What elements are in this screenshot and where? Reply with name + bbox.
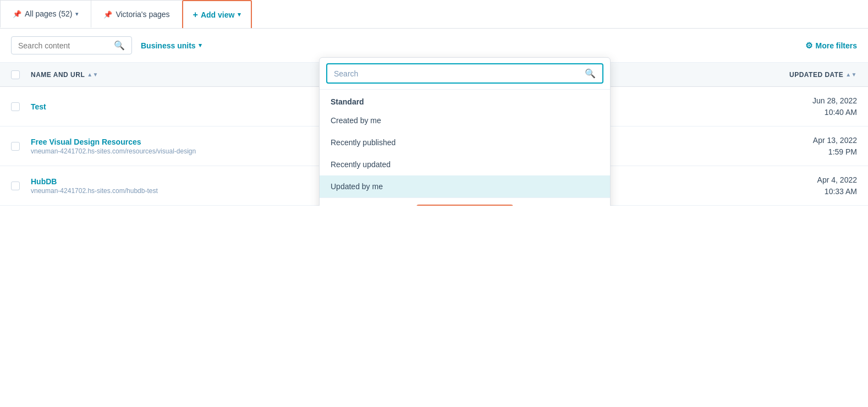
add-view-chevron-icon: ▾	[238, 11, 241, 18]
row-2-checkbox[interactable]	[11, 142, 20, 151]
row-2-check-col	[11, 142, 31, 151]
row-1-checkbox[interactable]	[11, 102, 20, 111]
tab-victorias-pages[interactable]: 📌 Victoria's pages	[91, 0, 182, 28]
tab-bar: 📌 All pages (52) ▾ 📌 Victoria's pages + …	[0, 0, 868, 29]
row-3-date: Apr 4, 2022 10:33 AM	[758, 174, 857, 197]
tab-all-pages-label: All pages (52)	[25, 9, 72, 18]
dropdown-search-input[interactable]	[334, 69, 583, 78]
search-content-wrap[interactable]: 🔍	[11, 36, 132, 54]
column-name-label: NAME AND URL	[31, 71, 85, 79]
business-units-chevron-icon: ▾	[199, 42, 202, 49]
dropdown-item-recently-published[interactable]: Recently published	[320, 131, 610, 153]
select-all-checkbox[interactable]	[11, 70, 20, 79]
row-3-updated-time: 10:33 AM	[825, 187, 857, 196]
row-2-updated-time: 1:59 PM	[828, 147, 857, 156]
tab-victorias-pages-label: Victoria's pages	[116, 10, 169, 19]
filters-row: 🔍 Business units ▾ ⚙ More filters 🔍 Stan…	[0, 29, 868, 63]
search-content-input[interactable]	[18, 41, 112, 50]
filter-icon: ⚙	[805, 41, 812, 51]
more-filters-label: More filters	[816, 41, 857, 50]
header-checkbox-col	[11, 70, 31, 79]
column-header-updated[interactable]: UPDATED DATE ▲▼	[758, 71, 857, 79]
business-units-label: Business units	[141, 41, 196, 50]
updated-sort-icon: ▲▼	[845, 72, 857, 78]
row-1-date: Jun 28, 2022 10:40 AM	[758, 95, 857, 118]
row-2-date: Apr 13, 2022 1:59 PM	[758, 135, 857, 158]
row-3-updated-date: Apr 4, 2022	[817, 175, 857, 184]
dropdown-footer: Create new view	[320, 197, 610, 206]
dropdown-item-created-by-me[interactable]: Created by me	[320, 109, 610, 131]
plus-icon: +	[193, 10, 198, 20]
more-filters-button[interactable]: ⚙ More filters	[805, 41, 857, 51]
row-1-updated-date: Jun 28, 2022	[812, 96, 857, 105]
dropdown-item-recently-updated[interactable]: Recently updated	[320, 153, 610, 175]
pin-icon: 📌	[13, 10, 21, 18]
dropdown-standard-label: Standard	[320, 90, 610, 109]
add-view-dropdown: 🔍 Standard Created by me Recently publis…	[319, 57, 611, 206]
name-sort-icon: ▲▼	[87, 72, 98, 78]
dropdown-item-updated-by-me[interactable]: Updated by me	[320, 175, 610, 197]
add-view-label: Add view	[201, 10, 234, 19]
search-icon: 🔍	[114, 40, 125, 51]
create-new-view-button[interactable]: Create new view	[416, 205, 514, 206]
chevron-down-icon: ▾	[75, 10, 79, 18]
tab-all-pages[interactable]: 📌 All pages (52) ▾	[0, 0, 91, 28]
row-1-updated-time: 10:40 AM	[825, 108, 857, 117]
dropdown-search-area: 🔍	[320, 58, 610, 90]
row-3-check-col	[11, 182, 31, 190]
column-updated-label: UPDATED DATE	[789, 71, 843, 79]
row-3-checkbox[interactable]	[11, 182, 20, 190]
dropdown-search-icon: 🔍	[585, 68, 596, 79]
row-1-check-col	[11, 102, 31, 111]
add-view-tab[interactable]: + Add view ▾	[182, 0, 252, 28]
business-units-button[interactable]: Business units ▾	[141, 41, 202, 50]
pin-icon-2: 📌	[103, 10, 112, 19]
row-2-updated-date: Apr 13, 2022	[813, 136, 857, 145]
dropdown-search-inner[interactable]: 🔍	[326, 63, 603, 84]
